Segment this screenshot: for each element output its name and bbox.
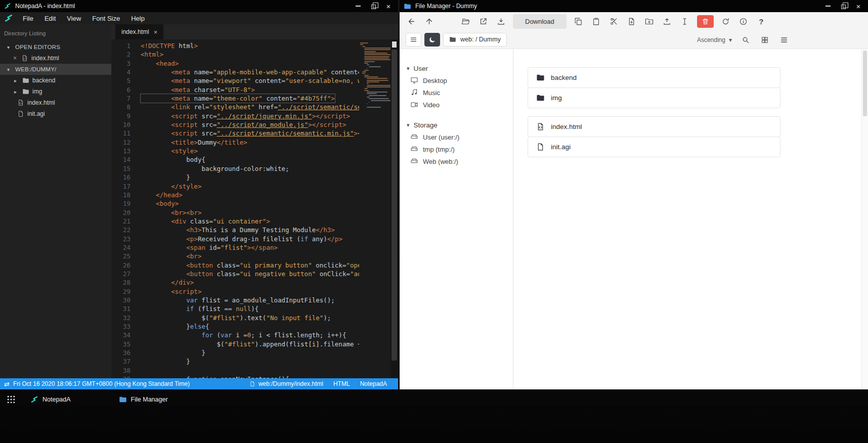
file-row-backend[interactable]: backend <box>528 67 780 88</box>
code-line[interactable]: 9 <script src="../script/jquery.min.js">… <box>111 112 359 120</box>
close-button[interactable]: × <box>381 0 396 12</box>
upload-button[interactable] <box>662 16 673 27</box>
menu-item-help[interactable]: Help <box>125 12 150 24</box>
code-line[interactable]: 19 <body> <box>111 199 359 208</box>
code-line[interactable]: 36 } <box>111 348 359 357</box>
file-row-img[interactable]: img <box>528 87 780 108</box>
menu-item-edit[interactable]: Edit <box>39 12 61 24</box>
code-line[interactable]: 25 <br> <box>111 252 359 260</box>
up-button[interactable] <box>423 16 435 27</box>
view-list-button[interactable] <box>778 34 790 46</box>
back-button[interactable] <box>406 16 417 27</box>
code-line[interactable]: 14 body{ <box>111 155 359 164</box>
code-line[interactable]: 16 } <box>111 173 359 182</box>
code-line[interactable]: 1<!DOCTYPE html> <box>111 41 359 50</box>
code-line[interactable]: 2<html> <box>111 50 359 59</box>
code-line[interactable]: 33 }else{ <box>111 322 359 331</box>
view-grid-button[interactable] <box>759 34 770 46</box>
fm-scrollbar[interactable] <box>861 49 868 389</box>
file-row-init-agi[interactable]: init.agi <box>528 137 780 157</box>
code-line[interactable]: 32 $("#flist").text("No input file"); <box>111 314 359 322</box>
close-editor-icon[interactable]: × <box>13 55 18 62</box>
fm-item-desktop[interactable]: Desktop <box>407 74 513 86</box>
download-icon-button[interactable] <box>495 16 506 27</box>
code-line[interactable]: 3 <head> <box>111 59 359 68</box>
minimize-button[interactable] <box>351 0 366 12</box>
menu-item-file[interactable]: File <box>17 12 39 24</box>
info-button[interactable] <box>738 16 749 27</box>
editor-scrollbar-thumb[interactable] <box>392 50 397 361</box>
code-line[interactable]: 34 for (var i =0; i < flist.length; i++)… <box>111 331 359 339</box>
code-line[interactable]: 39 function openNewInstance(){ <box>111 375 359 378</box>
code-line[interactable]: 5 <meta name="viewport" content="user-sc… <box>111 76 359 85</box>
sync-icon[interactable]: ⇄ <box>4 380 10 388</box>
help-button[interactable]: ? <box>756 16 767 27</box>
theme-toggle-button[interactable] <box>424 33 440 47</box>
tree-section-open-editors[interactable]: ▾ OPEN EDITORS <box>0 41 111 53</box>
menu-item-font-size[interactable]: Font Size <box>86 12 125 24</box>
open-editor-index-html[interactable]: × index.html <box>0 53 111 64</box>
code-line[interactable]: 27 <button class="ui negative button" on… <box>111 270 359 278</box>
search-button[interactable] <box>740 34 751 46</box>
editor-scrollbar[interactable] <box>390 39 398 378</box>
tree-item-img[interactable]: ▸ img <box>0 86 111 97</box>
code-line[interactable]: 22 <h3>This is a Dummy Testing Module</h… <box>111 226 359 234</box>
open-new-tab-button[interactable] <box>478 16 489 27</box>
tab-close-icon[interactable]: × <box>154 28 158 36</box>
fm-section-user[interactable]: ▾ User <box>407 62 513 74</box>
taskbar-item-file-manager[interactable]: File Manager <box>119 395 168 404</box>
download-button[interactable]: Download <box>513 14 567 29</box>
menu-item-view[interactable]: View <box>61 12 86 24</box>
sort-dropdown[interactable]: Ascending ▾ <box>697 36 732 43</box>
code-line[interactable]: 26 <button class="ui primary button" onc… <box>111 261 359 270</box>
code-line[interactable]: 38 <box>111 366 359 375</box>
code-line[interactable]: 12 <title>Dummy</title> <box>111 138 359 147</box>
code-line[interactable]: 21 <div class="ui container"> <box>111 217 359 226</box>
copy-button[interactable] <box>573 16 584 27</box>
code-line[interactable]: 20 <br><br> <box>111 208 359 217</box>
code-line[interactable]: 7 <meta name="theme-color" content="#4b7… <box>111 94 359 103</box>
breadcrumb[interactable]: web: / Dummy <box>443 33 507 47</box>
status-language[interactable]: HTML <box>333 380 350 387</box>
restore-button[interactable] <box>366 0 381 12</box>
code-line[interactable]: 31 if (flist == null){ <box>111 304 359 313</box>
code-editor[interactable]: 1<!DOCTYPE html>2<html>3 <head>4 <meta n… <box>111 39 398 378</box>
cut-button[interactable] <box>609 16 620 27</box>
open-button[interactable] <box>460 16 471 27</box>
status-file-path[interactable]: web:/Dummy/index.html <box>249 380 323 387</box>
status-app-name[interactable]: NotepadA <box>360 380 387 387</box>
fm-item-video[interactable]: Video <box>407 99 513 111</box>
code-line[interactable]: 4 <meta name="apple-mobile-web-app-capab… <box>111 68 359 76</box>
new-file-button[interactable] <box>626 16 637 27</box>
code-line[interactable]: 13 <style> <box>111 147 359 155</box>
menu-toggle-button[interactable] <box>406 33 421 47</box>
code-line[interactable]: 24 <span id="flist"></span> <box>111 243 359 252</box>
new-folder-button[interactable] <box>644 16 655 27</box>
code-line[interactable]: 35 $("#flist").append(flist[i].filename … <box>111 340 359 348</box>
minimize-button[interactable] <box>820 0 836 12</box>
tree-item-backend[interactable]: ▸ backend <box>0 75 111 86</box>
file-row-index-html[interactable]: index.html <box>528 116 780 137</box>
tab-index-html[interactable]: index.html × <box>115 24 163 39</box>
minimap[interactable] <box>360 42 389 108</box>
fm-scrollbar-thumb[interactable] <box>863 51 867 116</box>
tree-section-workspace[interactable]: ▾ WEB:/DUMMY/ <box>0 64 111 75</box>
fm-section-storage[interactable]: ▾ Storage <box>407 119 513 131</box>
code-line[interactable]: 28 </div> <box>111 278 359 287</box>
fm-item-tmp-drive[interactable]: tmp (tmp:/) <box>407 143 513 155</box>
paste-button[interactable] <box>591 16 602 27</box>
delete-button[interactable] <box>697 15 714 28</box>
code-line[interactable]: 18 </head> <box>111 191 359 199</box>
fm-item-music[interactable]: Music <box>407 86 513 99</box>
code-line[interactable]: 10 <script src="../script/ao_module.js">… <box>111 120 359 129</box>
code-line[interactable]: 8 <link rel="stylesheet" href="../script… <box>111 103 359 111</box>
refresh-button[interactable] <box>720 16 731 27</box>
apps-menu-button[interactable] <box>6 394 16 405</box>
code-line[interactable]: 15 background-color:white; <box>111 164 359 173</box>
fm-item-web-drive[interactable]: Web (web:/) <box>407 155 513 167</box>
code-line[interactable]: 23 <p>Received drag-in filelist (if any)… <box>111 235 359 243</box>
maximize-button[interactable] <box>836 0 851 12</box>
code-line[interactable]: 6 <meta charset="UTF-8"> <box>111 85 359 94</box>
taskbar-item-notepada[interactable]: NotepadA <box>30 395 71 404</box>
tree-item-index-html[interactable]: index.html <box>0 97 111 108</box>
